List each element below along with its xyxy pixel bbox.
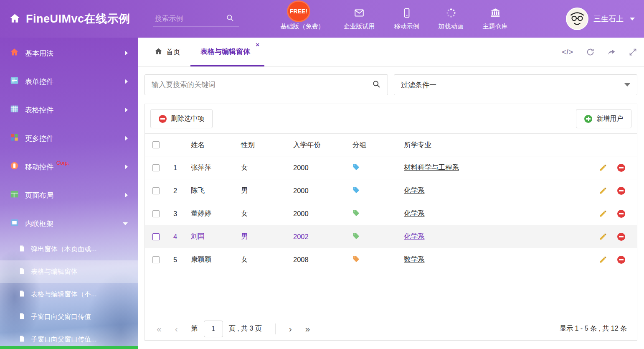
cell-gender: 女 — [238, 255, 288, 264]
row-number: 4 — [167, 233, 188, 241]
column-header-gender[interactable]: 性别 — [238, 140, 288, 150]
column-header-group[interactable]: 分组 — [348, 140, 396, 150]
nav-enterprise-trial[interactable]: 企业版试用 — [344, 8, 375, 31]
sidebar-subitem-label: 表格与编辑窗体（不... — [31, 290, 96, 299]
add-user-button[interactable]: 新增用户 — [576, 109, 631, 128]
row-number: 5 — [167, 256, 188, 264]
brand[interactable]: FineUIMvc在线示例 — [9, 11, 130, 26]
table-row-selected[interactable]: 4 刘国 男 2002 化学系 — [145, 225, 637, 248]
chevron-down-icon — [123, 222, 128, 225]
column-header-major[interactable]: 所学专业 — [396, 140, 586, 150]
nav-mobile-demo[interactable]: 移动示例 — [394, 8, 419, 31]
share-icon[interactable] — [607, 48, 616, 56]
nav-loading-animation[interactable]: 加载动画 — [439, 8, 464, 31]
row-checkbox[interactable] — [152, 187, 160, 194]
expand-icon[interactable] — [629, 48, 637, 56]
record-count-summary: 显示 1 - 5 条 , 共 12 条 — [560, 324, 627, 333]
column-header-year[interactable]: 入学年份 — [288, 140, 348, 150]
user-menu[interactable]: 三生石上 — [566, 8, 635, 30]
tab-grid-edit-window[interactable]: 表格与编辑窗体 × — [190, 38, 264, 66]
select-all-checkbox[interactable] — [152, 141, 160, 148]
header-search-input[interactable] — [155, 15, 222, 23]
table-row[interactable]: 5 康颖颖 女 2008 数学系 — [145, 248, 637, 271]
row-checkbox[interactable] — [152, 233, 160, 240]
major-link[interactable]: 化学系 — [404, 209, 425, 217]
search-icon[interactable] — [372, 80, 381, 90]
blocks-icon — [10, 133, 19, 144]
button-label: 新增用户 — [596, 115, 623, 123]
major-link[interactable]: 化学系 — [404, 232, 425, 240]
form-icon — [10, 76, 19, 87]
delete-selected-button[interactable]: 删除选中项 — [150, 109, 213, 128]
mobile-icon — [401, 8, 412, 20]
table-row[interactable]: 2 陈飞 男 2000 化学系 — [145, 179, 637, 202]
keyword-search-input[interactable] — [152, 81, 372, 89]
sidebar-item-more-controls[interactable]: 更多控件 — [0, 124, 138, 153]
sidebar-item-form-controls[interactable]: 表单控件 — [0, 67, 138, 96]
edit-pencil-icon[interactable] — [599, 209, 607, 218]
edit-pencil-icon[interactable] — [599, 232, 607, 241]
page-suffix-label: 页 , 共 3 页 — [229, 324, 262, 333]
pagination-bar: « ‹ 第 页 , 共 3 页 › » 显示 1 - 5 条 , 共 12 条 — [145, 317, 637, 340]
tag-icon — [352, 187, 360, 195]
plus-circle-icon — [584, 115, 592, 123]
table-header-row: 姓名 性别 入学年份 分组 所学专业 — [145, 133, 637, 156]
filter-dropdown[interactable]: 过滤条件一 — [394, 74, 637, 95]
search-icon[interactable] — [226, 14, 234, 24]
grid-toolbar: 删除选中项 新增用户 — [145, 104, 637, 133]
sidebar-subitem-popup-window[interactable]: 弹出窗体（本页面或... — [0, 238, 138, 260]
sidebar-subitem-grid-edit-window-alt[interactable]: 表格与编辑窗体（不... — [0, 283, 138, 306]
nav-label: 企业版试用 — [344, 23, 375, 31]
nav-label: 移动示例 — [394, 23, 419, 31]
prev-page-button[interactable]: ‹ — [175, 324, 178, 333]
close-icon[interactable]: × — [256, 41, 259, 48]
sidebar-subitem-grid-edit-window[interactable]: 表格与编辑窗体 — [0, 260, 138, 283]
column-header-name[interactable]: 姓名 — [188, 140, 238, 150]
table-row[interactable]: 3 董婷婷 女 2000 化学系 — [145, 202, 637, 225]
page-number-input[interactable] — [204, 321, 223, 337]
delete-row-icon[interactable] — [617, 256, 625, 264]
home-tab-icon — [155, 47, 162, 57]
sidebar-item-mobile-controls[interactable]: 移动控件 Corp. — [0, 153, 138, 181]
chevron-right-icon — [125, 193, 128, 198]
delete-row-icon[interactable] — [617, 233, 625, 241]
edit-pencil-icon[interactable] — [599, 255, 607, 264]
sidebar-subitem-label: 子窗口向父窗口传值 — [31, 313, 91, 321]
file-icon — [18, 245, 25, 254]
refresh-icon[interactable] — [586, 48, 595, 56]
sidebar-subitem-child-to-parent[interactable]: 子窗口向父窗口传值 — [0, 306, 138, 328]
delete-row-icon[interactable] — [617, 187, 625, 195]
next-page-button[interactable]: › — [289, 324, 292, 333]
nav-theme-repo[interactable]: 主题仓库 — [483, 8, 508, 31]
nav-label: 基础版（免费） — [281, 23, 325, 31]
filter-row: 过滤条件一 — [138, 67, 644, 104]
sidebar-item-basic-usage[interactable]: 基本用法 — [0, 39, 138, 67]
chevron-down-icon — [624, 83, 630, 87]
sidebar-item-grid-controls[interactable]: 表格控件 — [0, 96, 138, 124]
edit-pencil-icon[interactable] — [599, 186, 607, 195]
cell-name: 张萍萍 — [188, 163, 238, 172]
tab-home[interactable]: 首页 — [145, 38, 190, 66]
row-checkbox[interactable] — [152, 210, 160, 217]
row-checkbox[interactable] — [152, 256, 160, 263]
view-source-icon[interactable]: </> — [562, 48, 573, 56]
cell-year: 2000 — [288, 187, 348, 195]
sidebar-subitem-label: 子窗口向父窗口传值... — [31, 335, 96, 344]
tab-bar: 首页 表格与编辑窗体 × </> — [138, 38, 644, 67]
table-row[interactable]: 1 张萍萍 女 2000 材料科学与工程系 — [145, 156, 637, 179]
delete-row-icon[interactable] — [617, 210, 625, 218]
delete-row-icon[interactable] — [617, 164, 625, 172]
major-link[interactable]: 化学系 — [404, 186, 425, 194]
tab-label: 表格与编辑窗体 — [200, 47, 250, 56]
first-page-button[interactable]: « — [157, 324, 162, 333]
cell-name: 陈飞 — [188, 186, 238, 195]
major-link[interactable]: 数学系 — [404, 255, 425, 263]
row-checkbox[interactable] — [152, 164, 160, 171]
edit-pencil-icon[interactable] — [599, 163, 607, 172]
sidebar-item-inline-frame[interactable]: 内联框架 — [0, 209, 138, 238]
sidebar-item-page-layout[interactable]: 页面布局 — [0, 181, 138, 209]
chevron-right-icon — [125, 107, 128, 112]
major-link[interactable]: 材料科学与工程系 — [404, 163, 459, 171]
last-page-button[interactable]: » — [305, 324, 310, 333]
cell-gender: 男 — [238, 186, 288, 195]
